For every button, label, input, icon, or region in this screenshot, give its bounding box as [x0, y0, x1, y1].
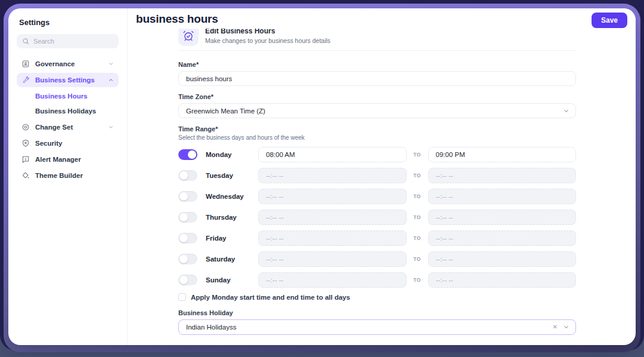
to-label: TO	[407, 214, 428, 220]
day-row: Friday TO	[178, 230, 576, 246]
to-label: TO	[407, 193, 428, 199]
day-toggle[interactable]	[178, 212, 197, 223]
start-time-input	[258, 210, 407, 225]
day-label: Sunday	[206, 276, 258, 284]
day-row: Tuesday TO	[178, 168, 576, 183]
toggle-knob	[179, 234, 188, 242]
time-range-subtitle: Select the business days and hours of th…	[178, 134, 576, 141]
main-header: business hours Save	[128, 8, 636, 29]
end-time-input	[428, 272, 577, 288]
section-divider	[178, 50, 576, 51]
settings-window: Settings Governance Business Settings	[8, 8, 636, 345]
to-label: TO	[407, 152, 428, 158]
start-time-input	[258, 230, 407, 246]
day-row: Thursday TO	[178, 210, 576, 225]
clear-icon[interactable]: ✕	[553, 324, 558, 330]
timezone-label: Time Zone*	[178, 93, 576, 100]
day-toggle[interactable]	[178, 275, 197, 285]
sidebar-item-security[interactable]: Security	[17, 136, 119, 150]
sidebar-item-alert-manager[interactable]: Alert Manager	[17, 152, 119, 167]
day-row: Monday TO	[178, 147, 576, 162]
apply-all-checkbox[interactable]	[178, 293, 186, 301]
end-time-input	[428, 168, 577, 183]
sidebar-item-change-set[interactable]: Change Set	[17, 120, 119, 134]
timezone-value: Greenwich Mean Time (Z)	[186, 107, 265, 115]
page-title: business hours	[136, 13, 218, 26]
business-holiday-label: Business Holiday	[178, 309, 576, 316]
sidebar-item-business-settings[interactable]: Business Settings	[17, 73, 119, 87]
content-scroll-area: Edit Business Hours Make changes to your…	[128, 29, 636, 345]
timezone-select[interactable]: Greenwich Mean Time (Z)	[178, 103, 576, 118]
name-input[interactable]	[178, 71, 576, 86]
chevron-down-icon	[563, 107, 569, 114]
day-row: Sunday TO	[178, 272, 576, 288]
to-label: TO	[407, 256, 428, 262]
sidebar-title: Settings	[19, 18, 120, 27]
sidebar-item-label: Governance	[35, 60, 75, 67]
sidebar-item-governance[interactable]: Governance	[17, 57, 119, 71]
search-box[interactable]	[17, 34, 119, 48]
to-label: TO	[407, 277, 428, 283]
day-label: Wednesday	[206, 193, 258, 200]
chevron-up-icon	[108, 77, 114, 83]
section-subtitle: Make changes to your business hours deta…	[205, 37, 330, 44]
day-toggle[interactable]	[178, 170, 197, 181]
sidebar-item-label: Business Holidays	[35, 107, 96, 115]
day-row: Wednesday TO	[178, 189, 576, 204]
day-label: Friday	[206, 235, 258, 242]
business-holiday-select[interactable]: Indian Holidayss ✕	[178, 319, 576, 335]
alarm-check-icon	[178, 29, 199, 46]
search-input[interactable]	[33, 38, 113, 45]
sidebar-item-label: Theme Builder	[35, 172, 83, 179]
section-header: Edit Business Hours Make changes to your…	[178, 29, 576, 46]
chevron-down-icon	[108, 124, 114, 130]
day-toggle[interactable]	[178, 191, 197, 202]
alert-message-icon	[21, 155, 30, 164]
sidebar-item-label: Business Settings	[35, 76, 95, 84]
start-time-input	[258, 168, 407, 183]
sidebar-item-theme-builder[interactable]: Theme Builder	[17, 168, 119, 183]
day-label: Tuesday	[206, 172, 258, 179]
day-row: Saturday TO	[178, 251, 576, 267]
id-badge-icon	[21, 60, 30, 68]
apply-all-row: Apply Monday start time and end time to …	[178, 293, 576, 301]
sidebar-item-label: Change Set	[35, 124, 73, 131]
sidebar-item-label: Security	[35, 140, 62, 147]
toggle-knob	[179, 171, 188, 180]
name-label: Name*	[178, 61, 576, 68]
sidebar-item-business-holidays[interactable]: Business Holidays	[17, 104, 119, 118]
day-label: Saturday	[206, 256, 258, 263]
day-label: Thursday	[206, 214, 258, 221]
sidebar-item-business-hours[interactable]: Business Hours	[17, 89, 119, 103]
toggle-knob	[188, 150, 196, 159]
target-gear-icon	[21, 123, 30, 131]
end-time-input	[428, 251, 577, 267]
main-panel: business hours Save Edit Business Hours …	[128, 8, 636, 345]
toggle-knob	[179, 255, 188, 263]
to-label: TO	[407, 235, 428, 241]
end-time-input	[428, 230, 577, 246]
end-time-input	[428, 189, 577, 204]
chevron-down-icon[interactable]	[563, 324, 569, 331]
start-time-input[interactable]	[258, 147, 407, 162]
sidebar-item-label: Alert Manager	[35, 156, 81, 163]
start-time-input	[258, 251, 407, 267]
toggle-knob	[179, 213, 188, 221]
start-time-input	[258, 189, 407, 204]
shield-icon	[21, 139, 30, 147]
apply-all-label: Apply Monday start time and end time to …	[191, 294, 350, 301]
business-holiday-value: Indian Holidayss	[186, 324, 236, 331]
sidebar-item-label: Business Hours	[35, 93, 88, 100]
day-toggle[interactable]	[178, 254, 197, 264]
day-toggle[interactable]	[178, 233, 197, 244]
toggle-knob	[179, 276, 188, 284]
section-title: Edit Business Hours	[205, 29, 330, 35]
to-label: TO	[407, 173, 428, 178]
end-time-input[interactable]	[428, 147, 577, 162]
save-button[interactable]: Save	[592, 13, 627, 28]
day-rows: Monday TO Tuesday TO Wednesday	[178, 147, 576, 288]
day-toggle[interactable]	[178, 149, 197, 160]
theme-paint-icon	[21, 171, 30, 180]
time-range-label: Time Range*	[178, 125, 576, 133]
toggle-knob	[179, 192, 188, 201]
